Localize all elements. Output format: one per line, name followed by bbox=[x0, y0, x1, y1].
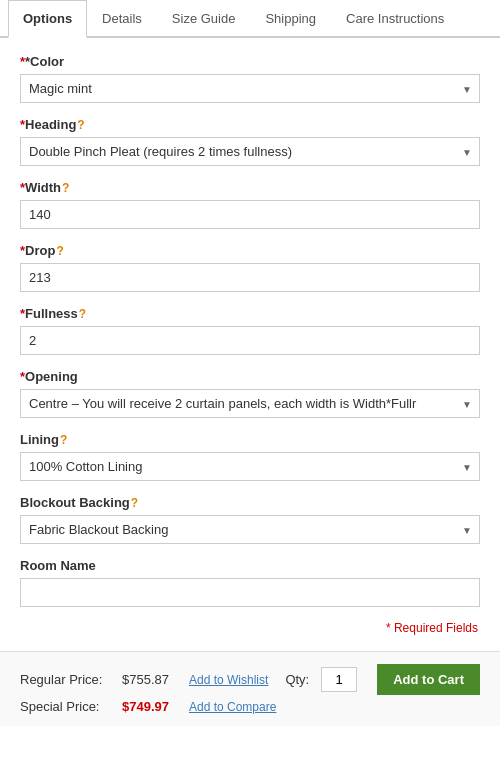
room-name-input[interactable] bbox=[20, 578, 480, 607]
color-select[interactable]: Magic mint White Cream Grey Navy bbox=[20, 74, 480, 103]
opening-select-wrapper: Centre – You will receive 2 curtain pane… bbox=[20, 389, 480, 418]
blockout-field-group: Blockout Backing? Fabric Blackout Backin… bbox=[20, 495, 480, 544]
qty-label: Qty: bbox=[285, 672, 309, 687]
lining-field-group: Lining? 100% Cotton Lining No Lining Bla… bbox=[20, 432, 480, 481]
add-to-cart-button[interactable]: Add to Cart bbox=[377, 664, 480, 695]
color-field-group: **Color Magic mint White Cream Grey Navy bbox=[20, 54, 480, 103]
room-name-label: Room Name bbox=[20, 558, 480, 573]
special-price-label: Special Price: bbox=[20, 699, 110, 714]
color-select-wrapper: Magic mint White Cream Grey Navy bbox=[20, 74, 480, 103]
drop-label: *Drop? bbox=[20, 243, 480, 258]
blockout-label: Blockout Backing? bbox=[20, 495, 480, 510]
add-to-compare-button[interactable]: Add to Compare bbox=[189, 700, 276, 714]
lining-select[interactable]: 100% Cotton Lining No Lining Blackout bbox=[20, 452, 480, 481]
drop-input[interactable] bbox=[20, 263, 480, 292]
width-input[interactable] bbox=[20, 200, 480, 229]
fullness-input[interactable] bbox=[20, 326, 480, 355]
drop-field-group: *Drop? bbox=[20, 243, 480, 292]
qty-input[interactable] bbox=[321, 667, 357, 692]
heading-label: *Heading? bbox=[20, 117, 480, 132]
required-fields-note: * Required Fields bbox=[20, 621, 480, 635]
add-to-wishlist-button[interactable]: Add to Wishlist bbox=[189, 673, 268, 687]
opening-label: *Opening bbox=[20, 369, 480, 384]
width-help-icon[interactable]: ? bbox=[62, 181, 69, 195]
regular-price-label: Regular Price: bbox=[20, 672, 110, 687]
drop-help-icon[interactable]: ? bbox=[56, 244, 63, 258]
tabs-nav: Options Details Size Guide Shipping Care… bbox=[0, 0, 500, 38]
opening-select[interactable]: Centre – You will receive 2 curtain pane… bbox=[20, 389, 480, 418]
opening-field-group: *Opening Centre – You will receive 2 cur… bbox=[20, 369, 480, 418]
lining-label: Lining? bbox=[20, 432, 480, 447]
tab-size-guide[interactable]: Size Guide bbox=[157, 0, 251, 38]
tab-shipping[interactable]: Shipping bbox=[250, 0, 331, 38]
tab-care-instructions[interactable]: Care Instructions bbox=[331, 0, 459, 38]
heading-select-wrapper: Double Pinch Pleat (requires 2 times ful… bbox=[20, 137, 480, 166]
color-label-text: *Color bbox=[25, 54, 64, 69]
room-name-field-group: Room Name bbox=[20, 558, 480, 607]
color-label: **Color bbox=[20, 54, 480, 69]
blockout-help-icon[interactable]: ? bbox=[131, 496, 138, 510]
lining-help-icon[interactable]: ? bbox=[60, 433, 67, 447]
width-label: *Width? bbox=[20, 180, 480, 195]
regular-price-value: $755.87 bbox=[122, 672, 177, 687]
fullness-field-group: *Fullness? bbox=[20, 306, 480, 355]
heading-select[interactable]: Double Pinch Pleat (requires 2 times ful… bbox=[20, 137, 480, 166]
options-form: **Color Magic mint White Cream Grey Navy… bbox=[0, 38, 500, 651]
tab-options[interactable]: Options bbox=[8, 0, 87, 38]
lining-select-wrapper: 100% Cotton Lining No Lining Blackout bbox=[20, 452, 480, 481]
blockout-select-wrapper: Fabric Blackout Backing None bbox=[20, 515, 480, 544]
footer-bar: Regular Price: $755.87 Add to Wishlist Q… bbox=[0, 651, 500, 726]
fullness-help-icon[interactable]: ? bbox=[79, 307, 86, 321]
blockout-select[interactable]: Fabric Blackout Backing None bbox=[20, 515, 480, 544]
fullness-label: *Fullness? bbox=[20, 306, 480, 321]
tab-details[interactable]: Details bbox=[87, 0, 157, 38]
heading-help-icon[interactable]: ? bbox=[77, 118, 84, 132]
pricing-row-2: Special Price: $749.97 Add to Compare bbox=[20, 699, 480, 714]
heading-field-group: *Heading? Double Pinch Pleat (requires 2… bbox=[20, 117, 480, 166]
special-price-value: $749.97 bbox=[122, 699, 177, 714]
width-field-group: *Width? bbox=[20, 180, 480, 229]
pricing-row-1: Regular Price: $755.87 Add to Wishlist Q… bbox=[20, 664, 480, 695]
